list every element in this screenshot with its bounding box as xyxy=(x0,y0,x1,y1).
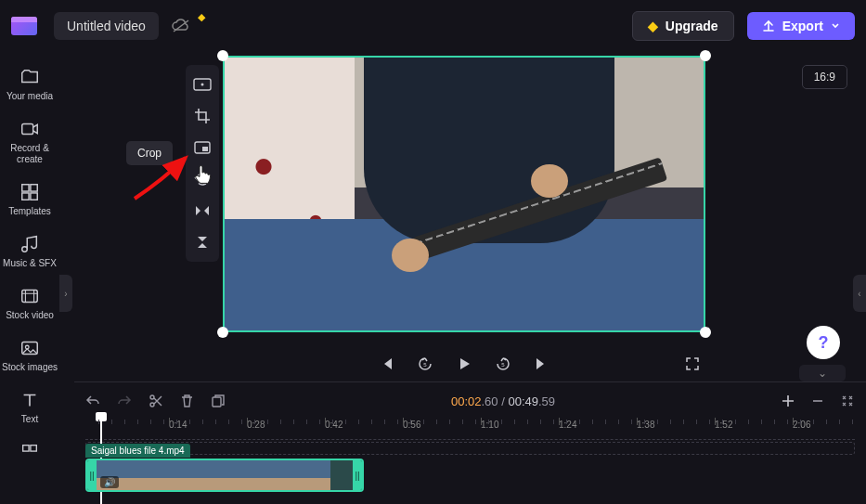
diamond-icon: ◆ xyxy=(648,19,658,33)
ruler-tick: 1:24 xyxy=(559,420,576,430)
svg-rect-14 xyxy=(202,147,208,151)
sidebar-label: Templates xyxy=(8,206,51,217)
sidebar-record-create[interactable]: Record & create xyxy=(0,119,59,165)
svg-rect-3 xyxy=(31,185,37,191)
cloud-sync-off-icon[interactable] xyxy=(172,19,190,33)
redo-icon[interactable] xyxy=(117,394,132,408)
sidebar-text[interactable]: Text xyxy=(19,390,40,425)
sidebar-label: Music & SFX xyxy=(3,258,57,269)
project-title[interactable]: Untitled video xyxy=(54,12,159,40)
zoom-fit-icon[interactable] xyxy=(840,394,855,408)
flip-horizontal-tool[interactable] xyxy=(192,200,213,221)
export-label: Export xyxy=(782,19,823,33)
svg-point-12 xyxy=(201,84,204,86)
sidebar-stock-images[interactable]: Stock images xyxy=(2,338,58,373)
svg-rect-6 xyxy=(22,291,38,303)
duplicate-icon[interactable] xyxy=(211,394,226,408)
aspect-ratio-selector[interactable]: 16:9 xyxy=(802,65,847,89)
export-button[interactable]: Export xyxy=(747,12,855,40)
svg-rect-19 xyxy=(213,397,221,407)
svg-rect-9 xyxy=(23,446,29,451)
premium-indicator-icon: ◆ xyxy=(198,11,205,23)
ruler-tick: 0:56 xyxy=(403,420,420,430)
fit-tool[interactable] xyxy=(192,74,213,95)
delete-icon[interactable] xyxy=(180,394,194,408)
ruler-tick: 1:52 xyxy=(715,420,732,430)
sidebar-label: Record & create xyxy=(0,143,59,165)
chevron-down-icon xyxy=(831,21,840,31)
sidebar-your-media[interactable]: Your media xyxy=(6,67,53,102)
timeline-ruler[interactable]: 0:140:280:420:561:101:241:381:522:06 xyxy=(85,420,855,440)
clip-trim-right[interactable]: || xyxy=(353,460,362,490)
flip-vertical-tool[interactable] xyxy=(192,232,213,252)
clip-volume-icon[interactable]: 🔊 xyxy=(100,476,119,488)
expand-left-panel[interactable]: › xyxy=(59,275,72,312)
sidebar-label: Your media xyxy=(6,91,53,102)
svg-text:5: 5 xyxy=(501,362,505,368)
zoom-out-icon[interactable] xyxy=(810,394,825,408)
resize-handle-tl[interactable] xyxy=(217,50,228,61)
split-icon[interactable] xyxy=(149,394,163,408)
timeline: 00:02.60 / 00:49.59 0:140:280:420:561:10… xyxy=(74,381,866,504)
upgrade-label: Upgrade xyxy=(666,19,718,33)
svg-point-18 xyxy=(150,403,154,407)
sidebar-label: Stock video xyxy=(6,310,54,321)
svg-point-17 xyxy=(150,395,154,399)
sidebar-label: Stock images xyxy=(2,362,58,373)
resize-handle-tr[interactable] xyxy=(700,50,711,61)
clip-filename: Saigal blues file 4.mp4 xyxy=(85,444,190,458)
sidebar-music-sfx[interactable]: Music & SFX xyxy=(3,234,57,269)
sidebar-templates[interactable]: Templates xyxy=(8,182,51,217)
resize-handle-br[interactable] xyxy=(700,327,711,338)
add-track-icon[interactable] xyxy=(781,394,795,408)
svg-text:5: 5 xyxy=(423,362,427,368)
skip-start-icon[interactable] xyxy=(380,356,394,371)
ruler-tick: 1:10 xyxy=(481,420,498,430)
crop-tool[interactable] xyxy=(192,106,213,126)
svg-rect-5 xyxy=(31,193,37,200)
svg-rect-4 xyxy=(22,193,29,200)
svg-rect-2 xyxy=(22,185,29,191)
crop-tooltip: Crop xyxy=(126,141,173,165)
ruler-tick: 0:28 xyxy=(247,420,265,430)
app-logo xyxy=(11,17,37,35)
clip-trim-left[interactable]: || xyxy=(87,460,97,490)
ruler-tick: 1:38 xyxy=(637,420,654,430)
video-clip[interactable]: || || 🔊 xyxy=(85,459,364,492)
sidebar-more[interactable] xyxy=(19,442,40,462)
forward-icon[interactable]: 5 xyxy=(495,355,511,372)
pip-tool[interactable] xyxy=(192,137,213,158)
canvas-toolbar xyxy=(186,65,219,262)
svg-rect-10 xyxy=(31,446,36,451)
undo-icon[interactable] xyxy=(85,394,100,408)
sidebar-label: Text xyxy=(21,414,38,425)
rewind-icon[interactable]: 5 xyxy=(417,355,433,372)
left-sidebar: Your media Record & create Templates Mus… xyxy=(0,52,59,504)
fullscreen-icon[interactable] xyxy=(685,356,700,371)
upload-icon xyxy=(762,19,775,32)
rotate-tool[interactable] xyxy=(192,169,213,189)
sidebar-stock-video[interactable]: Stock video xyxy=(6,286,54,321)
svg-rect-1 xyxy=(22,124,33,135)
playback-controls: 5 5 xyxy=(223,347,705,381)
expand-right-panel[interactable]: ‹ xyxy=(853,275,866,312)
ruler-tick: 0:42 xyxy=(325,420,343,430)
video-preview[interactable] xyxy=(223,56,705,332)
upgrade-button[interactable]: ◆ Upgrade xyxy=(632,11,734,41)
help-button[interactable]: ? xyxy=(807,326,840,359)
panel-collapse[interactable]: ⌄ xyxy=(799,365,846,381)
ruler-tick: 0:14 xyxy=(169,420,187,430)
empty-track[interactable] xyxy=(85,442,855,455)
ruler-tick: 2:06 xyxy=(793,420,810,430)
skip-end-icon[interactable] xyxy=(534,356,549,371)
timecode-display: 00:02.60 / 00:49.59 xyxy=(242,394,764,408)
resize-handle-bl[interactable] xyxy=(217,327,228,338)
play-icon[interactable] xyxy=(456,355,472,372)
